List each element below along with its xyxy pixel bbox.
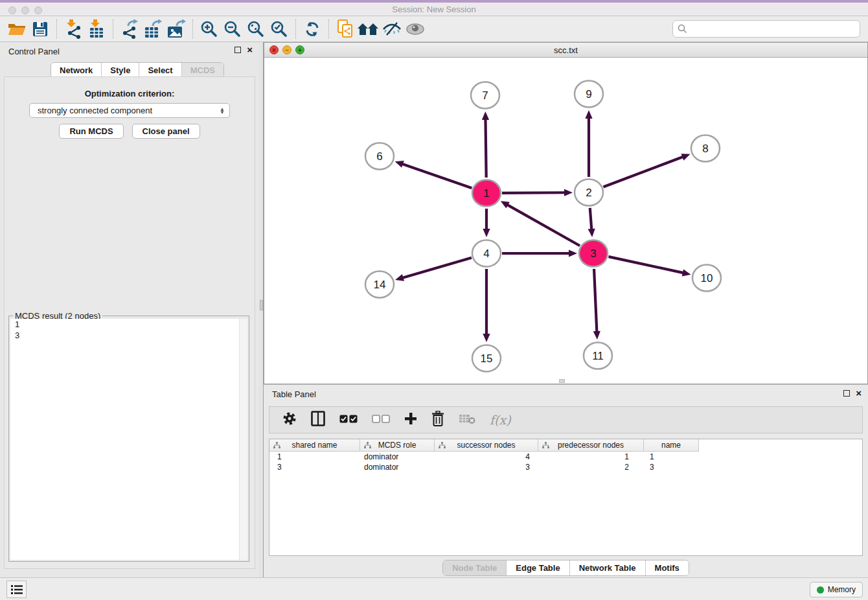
graph-edge[interactable]	[482, 111, 489, 178]
zoom-fit-icon[interactable]	[244, 18, 268, 40]
graph-edge[interactable]	[608, 257, 691, 276]
graph-edge[interactable]	[588, 208, 595, 237]
run-mcds-button[interactable]: Run MCDS	[59, 124, 123, 139]
home-layouts-icon[interactable]	[357, 18, 380, 40]
column-header-successor-nodes[interactable]: successor nodes	[435, 439, 538, 452]
graph-node[interactable]: 11	[584, 343, 612, 369]
graph-node[interactable]: 6	[365, 143, 394, 170]
graph-node[interactable]: 9	[575, 81, 603, 108]
import-table-icon[interactable]	[85, 18, 108, 40]
optimization-criterion-label: Optimization criterion:	[5, 89, 255, 98]
graph-edge[interactable]	[593, 269, 600, 340]
horizontal-splitter-handle[interactable]	[559, 379, 565, 383]
cell-predecessor-nodes[interactable]: 2	[538, 462, 644, 472]
tab-motifs[interactable]: Motifs	[646, 560, 689, 575]
graph-edge[interactable]	[585, 110, 592, 177]
delete-column-trash-icon[interactable]	[431, 411, 444, 429]
cell-shared-name[interactable]: 3	[269, 462, 360, 472]
mcds-result-textarea[interactable]: 1 3	[10, 319, 247, 560]
edge-arrowhead	[682, 269, 691, 276]
export-table-icon[interactable]	[141, 18, 165, 40]
table-panel-close-icon[interactable]: ×	[856, 389, 862, 397]
result-scrollbar[interactable]	[239, 319, 247, 560]
graph-edge[interactable]	[395, 161, 472, 188]
panel-float-icon[interactable]	[234, 47, 241, 53]
vertical-splitter[interactable]	[259, 42, 264, 577]
table-row[interactable]: 1 dominator 4 1 1	[269, 452, 862, 462]
column-header-mcds-role[interactable]: MCDS role	[360, 439, 435, 452]
column-header-shared-name[interactable]: shared name	[269, 439, 360, 452]
graph-node[interactable]: 2	[575, 179, 603, 206]
table-settings-gear-icon[interactable]	[282, 411, 297, 428]
cell-mcds-role[interactable]: dominator	[360, 452, 435, 462]
export-network-icon[interactable]	[118, 18, 141, 40]
task-history-button[interactable]	[6, 581, 27, 598]
edge-arrowhead	[569, 249, 577, 257]
cell-mcds-role[interactable]: dominator	[360, 462, 435, 472]
graph-node[interactable]: 8	[691, 135, 720, 162]
memory-button[interactable]: Memory	[810, 582, 863, 597]
edge-arrowhead	[483, 229, 490, 237]
table-panel-float-icon[interactable]	[843, 390, 850, 397]
select-all-columns-icon[interactable]	[339, 414, 358, 426]
show-column-panel-icon[interactable]	[311, 411, 325, 429]
network-window-titlebar[interactable]: × − + scc.txt	[264, 43, 867, 58]
delete-table-icon[interactable]	[459, 413, 475, 427]
unselect-all-columns-icon[interactable]	[372, 414, 390, 426]
cell-name[interactable]: 3	[644, 462, 699, 472]
panel-close-icon[interactable]: ×	[247, 46, 253, 54]
graph-node[interactable]: 4	[472, 240, 501, 267]
column-type-icon	[364, 442, 371, 449]
graph-edge[interactable]	[502, 189, 573, 196]
cell-name[interactable]: 1	[644, 452, 699, 462]
column-header-name[interactable]: name	[644, 439, 699, 452]
graph-node[interactable]: 10	[692, 265, 721, 292]
tab-network[interactable]: Network	[51, 63, 102, 78]
graph-node[interactable]: 7	[471, 82, 499, 109]
tab-node-table[interactable]: Node Table	[443, 560, 507, 575]
edge-arrowhead	[395, 274, 404, 281]
save-session-icon[interactable]	[29, 18, 52, 40]
tab-network-table[interactable]: Network Table	[570, 560, 646, 575]
create-column-plus-icon[interactable]	[404, 412, 417, 428]
graph-edge[interactable]	[501, 201, 580, 246]
cell-successor-nodes[interactable]: 4	[435, 452, 538, 462]
tab-style[interactable]: Style	[102, 63, 139, 78]
import-network-icon[interactable]	[62, 18, 85, 40]
graph-node[interactable]: 1	[472, 180, 501, 207]
graph-edge[interactable]	[483, 209, 490, 237]
graph-node[interactable]: 14	[365, 271, 394, 298]
graph-edge[interactable]	[395, 258, 472, 281]
cell-successor-nodes[interactable]: 3	[435, 462, 538, 472]
toolbar-separator	[56, 19, 57, 39]
function-builder-icon[interactable]: f(x)	[490, 413, 511, 427]
zoom-selected-icon[interactable]	[268, 18, 291, 40]
show-all-eye-icon[interactable]	[404, 18, 427, 40]
cell-shared-name[interactable]: 1	[269, 452, 360, 462]
tab-mcds[interactable]: MCDS	[182, 63, 223, 78]
close-panel-button[interactable]: Close panel	[132, 124, 200, 139]
graph-node[interactable]: 3	[579, 240, 608, 267]
tab-select[interactable]: Select	[139, 63, 181, 78]
open-file-icon[interactable]	[5, 18, 29, 40]
export-image-icon[interactable]	[165, 18, 188, 40]
tab-edge-table[interactable]: Edge Table	[507, 560, 569, 575]
graph-node[interactable]: 15	[472, 345, 501, 372]
network-canvas[interactable]: 7968124314101511	[264, 58, 867, 384]
node-label: 1	[483, 187, 489, 200]
optimization-criterion-select[interactable]: strongly connected component ▲▼	[29, 103, 230, 118]
search-box[interactable]	[672, 20, 860, 38]
graph-edge[interactable]	[603, 154, 690, 187]
hide-selected-eye-icon[interactable]	[380, 18, 404, 40]
graph-edge[interactable]	[483, 269, 490, 342]
node-table[interactable]: shared name MCDS role successor nodes pr…	[269, 439, 863, 556]
copy-network-icon[interactable]	[334, 18, 357, 40]
zoom-out-icon[interactable]	[221, 18, 244, 40]
column-header-predecessor-nodes[interactable]: predecessor nodes	[538, 439, 644, 452]
refresh-icon[interactable]	[301, 18, 324, 40]
table-row[interactable]: 3 dominator 3 2 3	[269, 462, 862, 472]
cell-predecessor-nodes[interactable]: 1	[538, 452, 644, 462]
zoom-in-icon[interactable]	[198, 18, 221, 40]
search-input[interactable]	[687, 22, 860, 36]
graph-edge[interactable]	[502, 249, 577, 257]
